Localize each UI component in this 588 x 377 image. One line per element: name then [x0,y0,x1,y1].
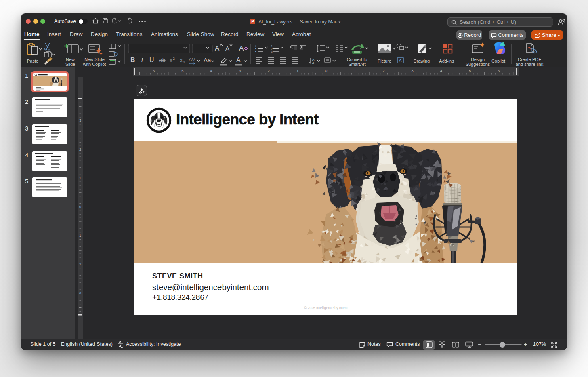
svg-text:A: A [239,44,244,52]
svg-text:2: 2 [382,68,384,73]
svg-text:A: A [399,58,402,63]
svg-text:0: 0 [79,205,81,209]
svg-text:AV: AV [189,57,195,63]
svg-text:3: 3 [79,291,81,295]
svg-text:3: 3 [412,68,414,73]
svg-text:6: 6 [498,68,500,73]
svg-text:3: 3 [271,50,273,53]
svg-text:2: 2 [173,57,175,61]
svg-text:3: 3 [79,118,81,122]
svg-text:ab: ab [159,57,166,63]
svg-text:1: 1 [79,234,81,238]
svg-text:P: P [251,19,254,24]
svg-text:1: 1 [79,176,81,180]
svg-text:2: 2 [183,60,185,64]
svg-text:2: 2 [79,147,81,152]
svg-text:1: 1 [354,68,356,73]
svg-text:I: I [141,57,143,63]
svg-text:0: 0 [325,68,327,73]
svg-text:5: 5 [181,68,183,73]
svg-text:5: 5 [469,68,471,73]
svg-text:1: 1 [296,68,298,73]
svg-text:Aa: Aa [204,57,211,63]
svg-text:x: x [180,57,183,63]
svg-text:Z: Z [312,61,314,65]
svg-text:4: 4 [210,68,212,73]
svg-text:4: 4 [440,68,442,73]
svg-text:A: A [225,45,229,52]
svg-text:2: 2 [79,262,81,266]
svg-text:x: x [170,57,172,63]
svg-text:6: 6 [153,68,155,73]
svg-text:B: B [130,57,135,63]
svg-text:A: A [215,44,220,52]
svg-text:U: U [149,57,154,63]
svg-text:A: A [236,57,241,63]
svg-text:3: 3 [239,68,241,73]
svg-text:2: 2 [268,68,270,73]
